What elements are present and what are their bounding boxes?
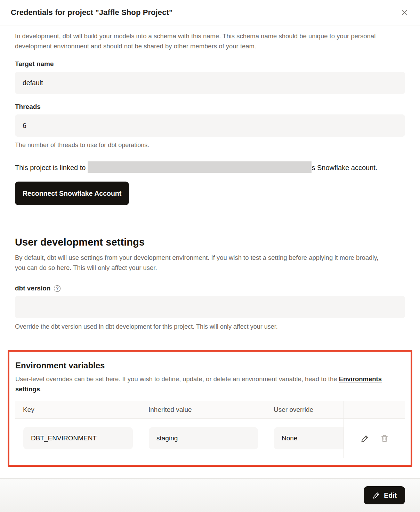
dbt-version-label: dbt version ?: [15, 285, 405, 292]
delete-env-var-button[interactable]: [379, 433, 390, 443]
modal-footer: Edit: [0, 478, 420, 512]
environment-variables-heading: Environment variables: [15, 361, 405, 370]
help-icon[interactable]: ?: [54, 285, 60, 292]
dbt-version-helper-text: Override the dbt version used in dbt dev…: [15, 323, 405, 330]
redacted-account-name: [88, 161, 312, 173]
env-var-user-override-cell: None: [274, 427, 344, 449]
table-header-row: Key Inherited value User override: [15, 401, 405, 419]
env-var-key-cell: DBT_ENVIRONMENT: [23, 427, 133, 449]
column-header-inherited-value: Inherited value: [141, 406, 266, 414]
user-dev-settings-heading: User development settings: [15, 237, 405, 248]
modal-title: Credentials for project "Jaffle Shop Pro…: [11, 8, 172, 17]
threads-input[interactable]: [15, 114, 405, 137]
target-name-input[interactable]: [15, 72, 405, 94]
env-var-inherited-value-cell: staging: [149, 427, 258, 449]
threads-helper-text: The number of threads to use for dbt ope…: [15, 142, 405, 149]
modal-body: In development, dbt will build your mode…: [0, 31, 420, 467]
column-header-key: Key: [15, 406, 141, 414]
environment-variables-description: User-level overrides can be set here. If…: [15, 374, 403, 394]
trash-icon: [380, 434, 389, 443]
row-actions-cell: [344, 419, 405, 458]
table-row: DBT_ENVIRONMENT staging None: [15, 419, 405, 458]
target-name-label: Target name: [15, 60, 405, 68]
reconnect-button-label: Reconnect Snowflake Account: [23, 190, 121, 198]
pencil-icon: [360, 434, 370, 443]
edit-button-label: Edit: [384, 491, 397, 499]
reconnect-snowflake-button[interactable]: Reconnect Snowflake Account: [15, 182, 129, 205]
close-icon: [400, 8, 409, 17]
column-header-actions: [344, 401, 405, 418]
edit-env-var-button[interactable]: [360, 433, 370, 444]
linked-account-text: This project is linked tos Snowflake acc…: [15, 161, 401, 174]
close-button[interactable]: [399, 8, 409, 17]
dbt-version-input[interactable]: [15, 296, 405, 318]
edit-pencil-icon: [372, 491, 380, 499]
user-dev-settings-description: By default, dbt will use settings from y…: [15, 253, 387, 273]
column-header-user-override: User override: [266, 406, 344, 414]
threads-label: Threads: [15, 103, 405, 111]
environment-variables-table: Key Inherited value User override DBT_EN…: [15, 401, 405, 458]
modal-header: Credentials for project "Jaffle Shop Pro…: [0, 0, 420, 25]
schema-description: In development, dbt will build your mode…: [15, 31, 404, 51]
edit-button[interactable]: Edit: [364, 486, 405, 504]
environment-variables-section: Environment variables User-level overrid…: [8, 350, 412, 467]
